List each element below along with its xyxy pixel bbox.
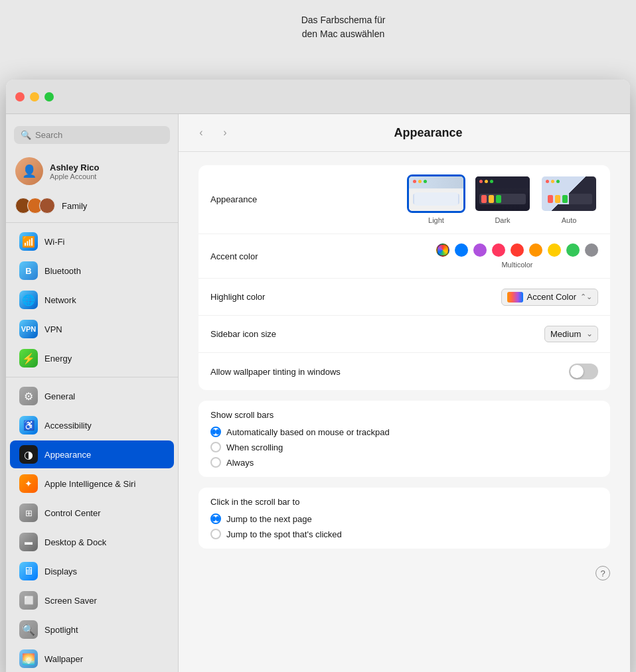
sidebar-item-label-vpn: VPN — [44, 324, 62, 334]
scroll-bars-always-label: Always — [226, 458, 254, 468]
network-icon: 🌐 — [19, 291, 38, 309]
thumb-dots-light — [413, 180, 427, 183]
wallpaper-tinting-toggle[interactable] — [569, 364, 598, 379]
thumb-dot-a-red — [546, 180, 549, 183]
sidebar-icon-size-row: Sidebar icon size Small Medium Large — [199, 316, 610, 353]
controlcenter-icon: ⊞ — [19, 504, 38, 522]
user-info: Ashley Rico Apple Account — [50, 163, 99, 180]
sidebar-item-appearance[interactable]: ◑ Appearance — [10, 440, 174, 468]
show-scroll-bars-section: Show scroll bars Automatically based on … — [199, 401, 610, 477]
main-window: 🔍 👤 Ashley Rico Apple Account — [6, 80, 630, 672]
sidebar-item-wifi[interactable]: 📶 Wi-Fi — [10, 228, 174, 255]
color-swatch-red[interactable] — [511, 243, 524, 257]
wallpaper-icon: 🌅 — [19, 649, 38, 668]
thumb-light-bar — [413, 194, 459, 204]
accessibility-icon: ♿ — [19, 416, 38, 435]
thumb-dots-auto — [546, 180, 560, 183]
color-swatch-purple[interactable] — [473, 243, 487, 257]
scroll-bars-auto-radio — [210, 427, 221, 437]
help-button[interactable]: ? — [596, 566, 610, 580]
appearance-options-control: Light — [343, 174, 598, 224]
accent-colors: Multicolor — [436, 243, 598, 269]
minimize-button[interactable] — [30, 92, 39, 101]
scroll-next-page-option[interactable]: Jump to the next page — [210, 513, 598, 524]
sidebar-item-bluetooth[interactable]: B Bluetooth — [10, 257, 174, 285]
scroll-bars-scrolling-option[interactable]: When scrolling — [210, 442, 598, 452]
appearance-label-auto: Auto — [562, 216, 577, 224]
appearance-options: Light — [407, 174, 598, 224]
user-name: Ashley Rico — [50, 163, 99, 172]
color-swatch-pink[interactable] — [492, 243, 505, 257]
color-swatch-blue[interactable] — [455, 243, 468, 257]
main-content: Appearance — [179, 152, 630, 672]
scroll-bars-auto-option[interactable]: Automatically based on mouse or trackpad — [210, 427, 598, 437]
sidebar-item-screensaver[interactable]: ⬜ Screen Saver — [10, 586, 174, 614]
energy-icon: ⚡ — [19, 349, 38, 368]
user-subtitle: Apple Account — [50, 172, 99, 180]
scroll-clicked-spot-label: Jump to the spot that's clicked — [226, 529, 342, 539]
appearance-option-dark[interactable]: Dark — [473, 174, 532, 224]
highlight-color-picker[interactable]: Accent Color ⌃⌄ — [501, 289, 598, 306]
sidebar-icon-size-select[interactable]: Small Medium Large — [544, 326, 598, 342]
displays-icon: 🖥 — [19, 562, 38, 580]
sidebar-item-general[interactable]: ⚙ General — [10, 382, 174, 410]
scroll-bars-always-option[interactable]: Always — [210, 457, 598, 468]
appearance-option-auto[interactable]: Auto — [540, 174, 598, 224]
sidebar-item-label-dock: Desktop & Dock — [44, 537, 106, 547]
sidebar-item-dock[interactable]: ▬ Desktop & Dock — [10, 528, 174, 556]
color-swatch-orange[interactable] — [529, 243, 542, 257]
search-input[interactable] — [35, 130, 163, 140]
sidebar-item-accessibility[interactable]: ♿ Accessibility — [10, 411, 174, 439]
wallpaper-tinting-label: Allow wallpaper tinting in windows — [210, 367, 343, 377]
sidebar-item-controlcenter[interactable]: ⊞ Control Center — [10, 499, 174, 527]
avatar: 👤 — [15, 157, 43, 185]
tooltip-top-line1: Das Farbschema für — [301, 13, 386, 27]
general-icon: ⚙ — [19, 387, 38, 405]
sidebar-item-label-appearance: Appearance — [44, 450, 91, 460]
fullscreen-button[interactable] — [44, 92, 54, 101]
search-icon: 🔍 — [21, 130, 31, 140]
nav-back-button[interactable]: ‹ — [192, 123, 210, 142]
click-scroll-bar-group: Jump to the next page Jump to the spot t… — [210, 513, 598, 539]
sidebar-item-network[interactable]: 🌐 Network — [10, 286, 174, 314]
color-swatch-yellow[interactable] — [548, 243, 561, 257]
sidebar-item-label-accessibility: Accessibility — [44, 421, 92, 431]
sidebar-item-displays[interactable]: 🖥 Displays — [10, 557, 174, 585]
sidebar-item-label-general: General — [44, 391, 75, 401]
appearance-option-light[interactable]: Light — [407, 174, 465, 224]
sidebar-item-label-siri: Apple Intelligence & Siri — [44, 479, 135, 489]
nav-forward-button[interactable]: › — [216, 123, 234, 142]
click-scroll-bar-section: Click in the scroll bar to Jump to the n… — [199, 488, 610, 549]
scroll-next-page-radio — [210, 513, 221, 524]
highlight-color-row: Highlight color Accent Color ⌃⌄ — [199, 279, 610, 316]
appearance-thumb-auto — [540, 174, 598, 213]
scroll-clicked-spot-option[interactable]: Jump to the spot that's clicked — [210, 529, 598, 539]
sidebar-item-vpn[interactable]: VPN VPN — [10, 315, 174, 343]
screensaver-icon: ⬜ — [19, 591, 38, 610]
sidebar-item-label-screensaver: Screen Saver — [44, 596, 97, 606]
highlight-color-value: Accent Color — [527, 292, 576, 302]
appearance-thumb-light — [407, 174, 465, 213]
appearance-icon: ◑ — [19, 445, 38, 464]
sidebar-item-energy[interactable]: ⚡ Energy — [10, 344, 174, 372]
highlight-swatch — [507, 292, 523, 302]
appearance-label: Appearance — [210, 194, 343, 204]
family-avatar-3 — [39, 198, 55, 214]
click-scroll-bar-label: Click in the scroll bar to — [210, 497, 598, 507]
scroll-bars-always-radio — [210, 457, 221, 468]
vpn-icon: VPN — [19, 320, 38, 338]
search-box[interactable]: 🔍 — [14, 126, 170, 144]
appearance-label-dark: Dark — [495, 216, 510, 224]
color-swatch-multicolor[interactable] — [436, 243, 449, 257]
color-swatch-green[interactable] — [566, 243, 580, 257]
close-button[interactable] — [15, 92, 25, 101]
sidebar-item-family[interactable]: Family — [6, 193, 178, 218]
color-swatch-graphite[interactable] — [585, 243, 598, 257]
sidebar-item-spotlight[interactable]: 🔍 Spotlight — [10, 616, 174, 643]
sidebar-item-siri[interactable]: ✦ Apple Intelligence & Siri — [10, 470, 174, 498]
main-panel: ‹ › Appearance Appearance — [179, 114, 630, 672]
sidebar-item-wallpaper[interactable]: 🌅 Wallpaper — [10, 645, 174, 672]
tooltip-top: Das Farbschema für den Mac auswählen — [301, 13, 386, 41]
appearance-thumb-dark — [473, 174, 532, 213]
sidebar-user[interactable]: 👤 Ashley Rico Apple Account — [6, 152, 178, 193]
